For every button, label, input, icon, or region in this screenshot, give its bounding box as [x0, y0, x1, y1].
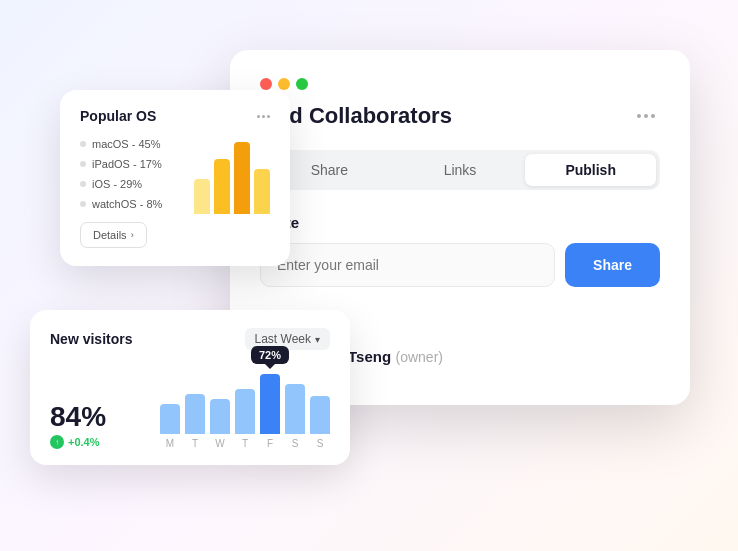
collaborator-role: (owner) [396, 349, 443, 365]
details-label: Details [93, 229, 127, 241]
tab-publish[interactable]: Publish [525, 154, 656, 186]
dot-icon [257, 115, 260, 118]
chart-label: M [160, 438, 180, 449]
chevron-down-icon: ▾ [315, 334, 320, 345]
dot-icon [651, 114, 655, 118]
chart-label: W [210, 438, 230, 449]
visitors-chart: 72% M T W T F S S [122, 364, 330, 449]
more-options-button[interactable] [632, 102, 660, 130]
email-input[interactable] [260, 243, 555, 287]
chart-label: S [285, 438, 305, 449]
invite-row: Share [260, 243, 660, 287]
os-more-icon[interactable] [257, 115, 270, 118]
bar-tooltip: 72% [251, 346, 289, 364]
change-value: +0.4% [68, 436, 100, 448]
bar-item [210, 399, 230, 434]
bar-item [254, 169, 270, 214]
bar-item-highlight [260, 374, 280, 434]
chart-label: T [185, 438, 205, 449]
maximize-button[interactable] [296, 78, 308, 90]
chart-label: S [310, 438, 330, 449]
share-button[interactable]: Share [565, 243, 660, 287]
list-item: macOS - 45% [80, 138, 184, 150]
visitors-percentage: 84% [50, 403, 106, 431]
period-label: Last Week [255, 332, 311, 346]
os-item-label: macOS - 45% [92, 138, 160, 150]
details-button[interactable]: Details › [80, 222, 147, 248]
bullet-icon [80, 201, 86, 207]
bar-item [235, 389, 255, 434]
bar-item [185, 394, 205, 434]
visitors-card: New visitors Last Week ▾ 84% ↑ +0.4% [30, 310, 350, 465]
invite-label: Invite [260, 214, 660, 231]
bullet-icon [80, 161, 86, 167]
chevron-right-icon: › [131, 230, 134, 240]
tab-links[interactable]: Links [395, 154, 526, 186]
visitors-header: New visitors Last Week ▾ [50, 328, 330, 350]
visitors-stat: 84% ↑ +0.4% [50, 403, 106, 449]
os-item-label: iPadOS - 17% [92, 158, 162, 170]
os-item-label: watchOS - 8% [92, 198, 162, 210]
chart-labels: M T W T F S S [160, 438, 330, 449]
traffic-lights [260, 78, 660, 90]
modal-title: Add Collaborators [260, 103, 632, 129]
bullet-icon [80, 141, 86, 147]
modal-header: Add Collaborators [260, 102, 660, 130]
bar-item [214, 159, 230, 214]
os-card: Popular OS macOS - 45% iPadOS - 17% iOS … [60, 90, 290, 266]
list-item: watchOS - 8% [80, 198, 184, 210]
chart-label: T [235, 438, 255, 449]
minimize-button[interactable] [278, 78, 290, 90]
os-card-header: Popular OS [80, 108, 270, 124]
os-content: macOS - 45% iPadOS - 17% iOS - 29% watch… [80, 138, 270, 248]
bar-item [310, 396, 330, 434]
bar-item [194, 179, 210, 214]
os-list: macOS - 45% iPadOS - 17% iOS - 29% watch… [80, 138, 184, 248]
dot-icon [262, 115, 265, 118]
close-button[interactable] [260, 78, 272, 90]
bullet-icon [80, 181, 86, 187]
chart-label: F [260, 438, 280, 449]
bar-item [234, 142, 250, 214]
os-card-title: Popular OS [80, 108, 156, 124]
os-item-label: iOS - 29% [92, 178, 142, 190]
dot-icon [267, 115, 270, 118]
up-trend-icon: ↑ [50, 435, 64, 449]
chart-bars: 72% [160, 364, 330, 434]
bar-item [160, 404, 180, 434]
visitors-change: ↑ +0.4% [50, 435, 106, 449]
visitors-title: New visitors [50, 331, 132, 347]
tab-group: Share Links Publish [260, 150, 660, 190]
bar-item [285, 384, 305, 434]
visitors-content: 84% ↑ +0.4% 72% [50, 364, 330, 449]
os-bar-chart [194, 138, 270, 218]
dot-icon [644, 114, 648, 118]
dot-icon [637, 114, 641, 118]
list-item: iPadOS - 17% [80, 158, 184, 170]
list-item: iOS - 29% [80, 178, 184, 190]
